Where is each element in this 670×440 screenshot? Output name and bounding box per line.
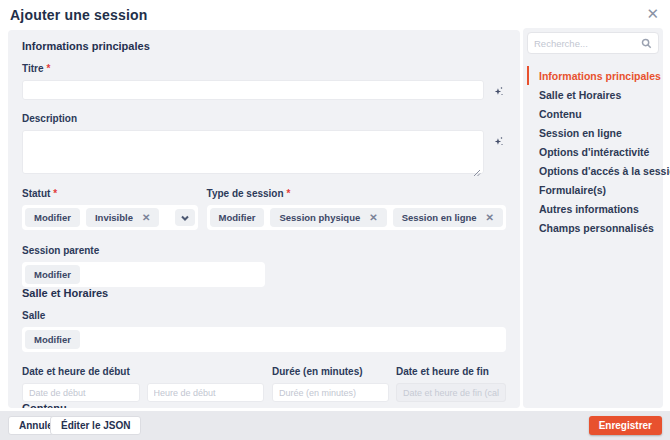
modal-title: Ajouter une session: [10, 7, 148, 23]
type-tag-session-physique: Session physique ✕: [270, 208, 386, 227]
date-debut-label: Date et heure de début: [22, 366, 130, 377]
section-heading-informations-principales: Informations principales: [22, 40, 506, 52]
nav-item-options-acces[interactable]: Options d'accés à la session: [527, 161, 659, 180]
nav-item-autres-informations[interactable]: Autres informations: [527, 199, 659, 218]
modal-header: Ajouter une session ✕: [0, 0, 670, 30]
save-button[interactable]: Enregistrer: [589, 416, 662, 435]
duree-label: Durée (en minutes): [272, 366, 363, 377]
tag-remove-icon[interactable]: ✕: [486, 212, 494, 223]
section-heading-contenu: Contenu: [22, 402, 506, 408]
tag-label: Invisible: [95, 212, 133, 223]
ai-sparkle-icon[interactable]: [490, 83, 506, 99]
date-debut-input[interactable]: [22, 383, 140, 402]
statut-select-bar: Modifier Invisible ✕: [22, 205, 198, 230]
titre-label: Titre: [22, 63, 44, 74]
field-duree: Durée (en minutes): [272, 361, 389, 402]
field-type-session: Type de session* Modifier Session physiq…: [207, 183, 506, 230]
type-session-select-bar: Modifier Session physique ✕ Session en l…: [207, 205, 506, 230]
nav-item-salle-et-horaires[interactable]: Salle et Horaires: [527, 85, 659, 104]
field-statut: Statut* Modifier Invisible ✕: [22, 183, 198, 230]
session-parente-label: Session parente: [22, 245, 99, 256]
search-box: [527, 32, 659, 54]
section-heading-salle-horaires: Salle et Horaires: [22, 287, 506, 299]
required-marker: *: [53, 188, 57, 199]
nav-item-options-interactivite[interactable]: Options d'intéractivité: [527, 142, 659, 161]
chevron-down-icon: [180, 213, 190, 223]
nav-item-formulaires[interactable]: Formulaire(s): [527, 180, 659, 199]
tag-remove-icon[interactable]: ✕: [369, 212, 377, 223]
titre-input[interactable]: [22, 80, 484, 100]
statut-tag-invisible: Invisible ✕: [86, 208, 159, 227]
session-form: Informations principales Titre* Descript…: [8, 30, 520, 408]
nav-item-contenu[interactable]: Contenu: [527, 104, 659, 123]
search-input[interactable]: [534, 38, 641, 49]
description-textarea[interactable]: [22, 130, 484, 174]
statut-label: Statut: [22, 188, 50, 199]
edit-json-button[interactable]: Éditer le JSON: [50, 416, 141, 435]
statut-modifier-button[interactable]: Modifier: [25, 208, 80, 227]
modal-footer: Annuler Éditer le JSON Enregistrer: [0, 411, 670, 440]
salle-modifier-button[interactable]: Modifier: [25, 330, 80, 349]
heure-debut-input[interactable]: [147, 383, 265, 402]
salle-label: Salle: [22, 310, 45, 321]
ai-sparkle-icon[interactable]: [490, 133, 506, 149]
statut-dropdown-button[interactable]: [175, 209, 195, 226]
nav-item-informations-principales[interactable]: Informations principales: [527, 66, 659, 85]
close-icon[interactable]: ✕: [646, 5, 659, 23]
tag-remove-icon[interactable]: ✕: [142, 212, 150, 223]
date-fin-input: [396, 383, 506, 402]
required-marker: *: [287, 188, 291, 199]
date-fin-label: Date et heure de fin: [396, 366, 489, 377]
description-label: Description: [22, 113, 77, 124]
duree-input[interactable]: [272, 383, 389, 402]
session-parente-modifier-button[interactable]: Modifier: [25, 265, 80, 284]
type-session-label: Type de session: [207, 188, 284, 199]
field-session-parente: Session parente Modifier: [22, 240, 265, 287]
field-date-debut: Date et heure de début: [22, 361, 265, 402]
search-icon: [641, 38, 652, 49]
session-parente-select-bar: Modifier: [22, 262, 265, 287]
nav-item-session-en-ligne[interactable]: Session en ligne: [527, 123, 659, 142]
tag-label: Session physique: [279, 212, 360, 223]
field-salle: Salle Modifier: [22, 305, 506, 352]
tag-label: Session en ligne: [402, 212, 477, 223]
salle-select-bar: Modifier: [22, 327, 506, 352]
type-tag-session-en-ligne: Session en ligne ✕: [393, 208, 503, 227]
field-description: Description: [22, 108, 506, 174]
type-session-modifier-button[interactable]: Modifier: [210, 208, 265, 227]
field-titre: Titre*: [22, 58, 506, 100]
field-date-fin: Date et heure de fin: [396, 361, 506, 402]
nav-item-champs-personnalises[interactable]: Champs personnalisés: [527, 218, 659, 237]
resize-handle-icon[interactable]: [473, 163, 481, 171]
section-nav-list: Informations principales Salle et Horair…: [527, 66, 659, 237]
section-nav-sidebar: Informations principales Salle et Horair…: [523, 28, 663, 408]
required-marker: *: [47, 63, 51, 74]
